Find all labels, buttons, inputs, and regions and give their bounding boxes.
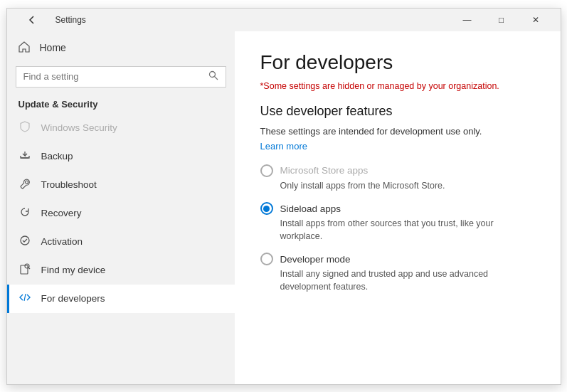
svg-line-6 (24, 294, 26, 301)
sidebar: Home Update & Security Windows Security (7, 31, 235, 384)
search-icon (208, 70, 218, 83)
wrench-icon (18, 178, 31, 192)
svg-point-0 (209, 71, 215, 77)
radio-desc-microsoft-store: Only install apps from the Microsoft Sto… (280, 180, 535, 193)
settings-window: Settings — □ ✕ Home (6, 8, 561, 385)
svg-line-5 (28, 267, 30, 269)
radio-label-sideload: Sideload apps (280, 203, 341, 214)
home-label: Home (40, 42, 66, 53)
titlebar-left: Settings (16, 9, 86, 31)
svg-point-2 (21, 236, 29, 245)
sidebar-item-home[interactable]: Home (7, 34, 235, 62)
radio-desc-developer-mode: Install any signed and trusted app and u… (280, 268, 535, 293)
activation-icon (18, 235, 31, 249)
radio-microsoft-store[interactable] (260, 164, 273, 177)
sidebar-item-windows-security[interactable]: Windows Security (7, 114, 235, 142)
sidebar-item-find-my-device-label: Find my device (41, 265, 106, 275)
radio-label-developer-mode: Developer mode (280, 254, 351, 265)
sidebar-item-windows-security-label: Windows Security (41, 122, 117, 133)
page-title: For developers (260, 51, 535, 74)
recovery-icon (18, 206, 31, 221)
find-device-icon (18, 263, 31, 277)
sidebar-item-activation[interactable]: Activation (7, 228, 235, 256)
shield-icon (18, 121, 31, 135)
sidebar-item-recovery-label: Recovery (41, 208, 82, 218)
section-header: Update & Security (7, 95, 235, 114)
radio-label-microsoft-store: Microsoft Store apps (280, 165, 369, 176)
option-microsoft-store: Microsoft Store apps Only install apps f… (260, 164, 535, 193)
radio-sideload[interactable] (260, 202, 273, 215)
option-developer-mode: Developer mode Install any signed and tr… (260, 253, 535, 293)
sidebar-item-for-developers[interactable]: For developers (7, 285, 235, 313)
backup-icon (18, 149, 31, 164)
sidebar-item-backup-label: Backup (41, 151, 73, 161)
maximize-button[interactable]: □ (485, 9, 518, 31)
sidebar-item-find-my-device[interactable]: Find my device (7, 256, 235, 285)
sidebar-item-recovery[interactable]: Recovery (7, 199, 235, 228)
sidebar-item-activation-label: Activation (41, 236, 83, 247)
sidebar-item-backup[interactable]: Backup (7, 142, 235, 171)
titlebar-controls: — □ ✕ (451, 9, 552, 31)
svg-rect-3 (21, 265, 28, 274)
search-input[interactable] (23, 71, 204, 82)
radio-desc-sideload: Install apps from other sources that you… (280, 218, 535, 243)
description: These settings are intended for developm… (260, 126, 535, 137)
back-button[interactable] (16, 9, 48, 31)
radio-developer-mode[interactable] (260, 253, 273, 265)
radio-row-developer-mode[interactable]: Developer mode (260, 253, 535, 265)
main-panel: For developers *Some settings are hidden… (235, 31, 561, 384)
titlebar: Settings — □ ✕ (7, 9, 561, 31)
section-title: Use developer features (260, 104, 535, 119)
radio-row-sideload[interactable]: Sideload apps (260, 202, 535, 215)
close-button[interactable]: ✕ (519, 9, 552, 31)
sidebar-item-troubleshoot-label: Troubleshoot (41, 179, 97, 190)
org-warning: *Some settings are hidden or managed by … (260, 81, 535, 91)
option-sideload: Sideload apps Install apps from other so… (260, 202, 535, 243)
titlebar-title: Settings (55, 15, 86, 25)
home-icon (18, 41, 30, 55)
radio-row-microsoft-store[interactable]: Microsoft Store apps (260, 164, 535, 177)
learn-more-link[interactable]: Learn more (260, 141, 307, 152)
search-box[interactable] (16, 66, 226, 88)
svg-line-1 (214, 76, 218, 80)
sidebar-item-for-developers-label: For developers (41, 293, 105, 304)
content: Home Update & Security Windows Security (7, 31, 561, 384)
sidebar-item-troubleshoot[interactable]: Troubleshoot (7, 171, 235, 199)
minimize-button[interactable]: — (451, 9, 484, 31)
developers-icon (18, 292, 31, 306)
